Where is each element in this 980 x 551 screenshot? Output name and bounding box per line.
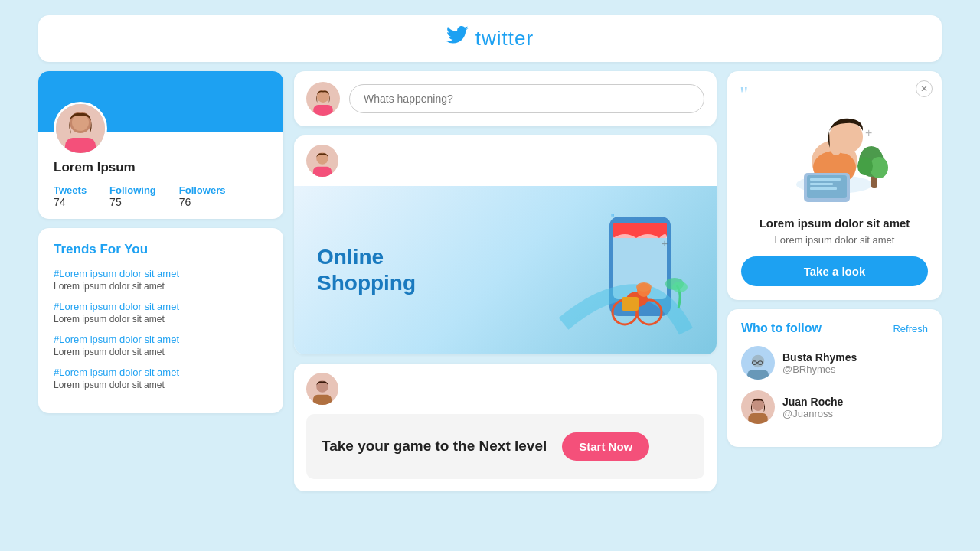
ad-title: Lorem ipsum dolor sit amet xyxy=(741,217,928,230)
post-banner-text: Online Shopping xyxy=(317,244,416,295)
post-banner-shopping: Online Shopping xyxy=(294,186,717,354)
profile-stats: Tweets 74 Following 75 Followers 76 xyxy=(54,184,268,208)
svg-point-2 xyxy=(72,114,89,131)
follow-info-2: Juan Roche @Juanross xyxy=(782,396,843,419)
svg-rect-4 xyxy=(313,105,332,116)
trend-item-4[interactable]: #Lorem ipsum dolor sit amet Lorem ipsum … xyxy=(54,367,268,390)
trend-hashtag-2: #Lorem ipsum dolor sit amet xyxy=(54,301,268,312)
follow-avatar-2 xyxy=(741,390,775,424)
quote-decoration: " xyxy=(740,82,748,106)
profile-banner xyxy=(38,71,283,132)
svg-rect-1 xyxy=(65,138,96,153)
post-card-shopping: Online Shopping xyxy=(294,135,717,354)
svg-rect-15 xyxy=(622,297,639,311)
trend-desc-1: Lorem ipsum dolor sit amet xyxy=(54,281,268,292)
profile-card: Lorem Ipsum Tweets 74 Following 75 Follo… xyxy=(38,71,283,219)
stat-following: Following 75 xyxy=(109,184,156,208)
svg-rect-6 xyxy=(313,167,332,177)
svg-rect-31 xyxy=(810,187,837,190)
followers-label: Followers xyxy=(179,184,226,196)
twitter-text-label: twitter xyxy=(475,27,534,51)
svg-rect-38 xyxy=(747,370,769,380)
svg-text:": " xyxy=(611,213,614,223)
svg-rect-29 xyxy=(810,178,841,181)
post-avatar-1 xyxy=(306,145,338,177)
twitter-logo: twitter xyxy=(446,26,534,51)
svg-text:+: + xyxy=(662,237,668,249)
trend-desc-3: Lorem ipsum dolor sit amet xyxy=(54,347,268,357)
shopping-illustration: + " xyxy=(548,194,701,347)
post-2-text: Take your game to the Next level xyxy=(322,437,547,456)
header-bar: twitter xyxy=(38,15,942,62)
tweets-value: 74 xyxy=(54,196,87,208)
trend-desc-4: Lorem ipsum dolor sit amet xyxy=(54,380,268,390)
post-avatar-2 xyxy=(306,373,338,405)
follow-user-1[interactable]: Busta Rhymes @BRhymes xyxy=(741,346,928,380)
compose-tweet-bar xyxy=(294,71,717,126)
ad-desc: Lorem ipsum dolor sit amet xyxy=(741,234,928,246)
svg-rect-43 xyxy=(748,413,767,424)
trend-item-2[interactable]: #Lorem ipsum dolor sit amet Lorem ipsum … xyxy=(54,301,268,324)
profile-name: Lorem Ipsum xyxy=(54,160,268,175)
svg-point-26 xyxy=(830,137,842,155)
ad-take-look-button[interactable]: Take a look xyxy=(741,256,928,286)
follow-handle-1: @BRhymes xyxy=(782,364,857,375)
main-layout: Lorem Ipsum Tweets 74 Following 75 Follo… xyxy=(38,71,942,491)
svg-text:+: + xyxy=(865,126,872,139)
svg-rect-21 xyxy=(313,395,332,405)
ad-card: " ✕ xyxy=(727,71,942,300)
follow-info-1: Busta Rhymes @BRhymes xyxy=(782,351,857,375)
follow-title: Who to follow xyxy=(741,321,822,335)
stat-tweets: Tweets 74 xyxy=(54,184,87,208)
twitter-bird-icon xyxy=(446,26,469,51)
trends-title: Trends For You xyxy=(54,242,268,257)
followers-value: 76 xyxy=(179,196,226,208)
svg-point-14 xyxy=(636,282,652,292)
follow-user-2[interactable]: Juan Roche @Juanross xyxy=(741,390,928,424)
follow-name-2: Juan Roche xyxy=(782,396,843,408)
start-now-button[interactable]: Start Now xyxy=(562,432,649,461)
refresh-button[interactable]: Refresh xyxy=(893,323,928,334)
svg-point-17 xyxy=(672,282,688,292)
follow-header: Who to follow Refresh xyxy=(741,321,928,335)
follow-avatar-1 xyxy=(741,346,775,380)
compose-avatar xyxy=(306,82,340,116)
follow-name-1: Busta Rhymes xyxy=(782,351,857,364)
compose-input[interactable] xyxy=(349,84,704,113)
trend-hashtag-3: #Lorem ipsum dolor sit amet xyxy=(54,334,268,345)
center-panel: Online Shopping xyxy=(294,71,717,491)
left-panel: Lorem Ipsum Tweets 74 Following 75 Follo… xyxy=(38,71,283,491)
following-label: Following xyxy=(109,184,156,196)
trend-hashtag-1: #Lorem ipsum dolor sit amet xyxy=(54,268,268,279)
post-header-1 xyxy=(294,135,717,186)
ad-close-button[interactable]: ✕ xyxy=(916,80,933,97)
trend-item-3[interactable]: #Lorem ipsum dolor sit amet Lorem ipsum … xyxy=(54,334,268,357)
post-header-2 xyxy=(294,364,717,414)
following-value: 75 xyxy=(109,196,156,208)
who-to-follow-card: Who to follow Refresh Busta Rhyme xyxy=(727,309,942,447)
profile-avatar xyxy=(54,102,107,155)
trend-hashtag-4: #Lorem ipsum dolor sit amet xyxy=(54,367,268,378)
svg-point-35 xyxy=(858,157,873,175)
stat-followers: Followers 76 xyxy=(179,184,226,208)
post-card-game: Take your game to the Next level Start N… xyxy=(294,364,717,491)
svg-rect-30 xyxy=(810,183,833,185)
right-panel: " ✕ xyxy=(727,71,942,491)
follow-handle-2: @Juanross xyxy=(782,408,843,419)
ad-illustration: + xyxy=(741,85,928,207)
trend-desc-2: Lorem ipsum dolor sit amet xyxy=(54,314,268,324)
trends-card: Trends For You #Lorem ipsum dolor sit am… xyxy=(38,228,283,413)
post-2-content: Take your game to the Next level Start N… xyxy=(306,414,704,479)
trend-item-1[interactable]: #Lorem ipsum dolor sit amet Lorem ipsum … xyxy=(54,268,268,292)
tweets-label: Tweets xyxy=(54,184,87,196)
